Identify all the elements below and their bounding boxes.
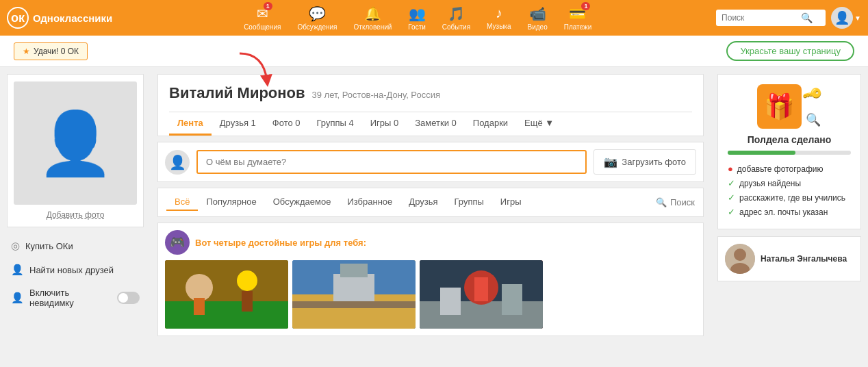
nav-video[interactable]: 📹 Видео xyxy=(520,3,554,34)
right-sidebar: 🎁 🔑 🔍 Полдела сделано ● добавьте фотогра… xyxy=(711,74,868,336)
svg-rect-6 xyxy=(242,291,253,312)
games-block: 🎮 Вот четыре достойные игры для тебя: xyxy=(157,223,704,336)
tab-photos[interactable]: Фото 0 xyxy=(264,112,309,136)
nav-discussions[interactable]: 💬 Обсуждения xyxy=(290,3,344,34)
progress-bar-fill xyxy=(728,151,795,155)
checklist-study-label: расскажите, где вы учились xyxy=(739,193,845,203)
filter-popular[interactable]: Популярное xyxy=(198,194,264,211)
profile-tabs: Лента Друзья 1 Фото 0 Группы 4 Игры 0 За… xyxy=(169,112,692,136)
logo[interactable]: ок Одноклассники xyxy=(7,7,112,29)
left-menu: ◎ Купить ОКи 👤 Найти новых друзей 👤 Вклю… xyxy=(7,234,144,314)
decorate-label: Украсьте вашу страницу xyxy=(740,46,841,56)
svg-point-5 xyxy=(237,270,257,291)
invisible-toggle[interactable] xyxy=(117,292,140,304)
invisible-label: Включить невидимку xyxy=(29,288,112,308)
tab-groups[interactable]: Группы 4 xyxy=(309,112,362,136)
tab-games[interactable]: Игры 0 xyxy=(362,112,407,136)
filter-games[interactable]: Игры xyxy=(492,194,530,211)
payments-label: Платежи xyxy=(564,23,592,31)
responses-icon: 🔔 xyxy=(364,5,381,22)
buy-ok-label: Купить ОКи xyxy=(25,241,73,251)
luckbar: ★ Удачи! 0 ОК Украсьте вашу страницу xyxy=(0,36,868,67)
profile-photo-block: 👤 Добавить фото xyxy=(7,74,144,227)
find-friends-label: Найти новых друзей xyxy=(29,265,114,275)
payments-icon: 💳1 xyxy=(569,5,586,22)
music-icon: ♪ xyxy=(496,5,502,21)
search-input[interactable] xyxy=(722,13,797,23)
main-layout: 👤 Добавить фото ◎ Купить ОКи 👤 Найти нов… xyxy=(0,67,868,343)
tab-gifts[interactable]: Подарки xyxy=(465,112,516,136)
game-thumb-2[interactable] xyxy=(292,260,416,329)
find-friends-item[interactable]: 👤 Найти новых друзей xyxy=(7,258,144,282)
nav-guests[interactable]: 👥 Гости xyxy=(401,3,432,34)
progress-bar xyxy=(728,151,851,155)
photo-check-icon: ● xyxy=(728,164,733,174)
checklist-email-label: адрес эл. почты указан xyxy=(739,207,828,217)
friends-check-icon: ✓ xyxy=(728,178,735,188)
nav-items: ✉1 Сообщения 💬 Обсуждения 🔔 Откловений 👥… xyxy=(126,3,709,34)
messages-badge: 1 xyxy=(264,2,272,10)
luck-button[interactable]: ★ Удачи! 0 ОК xyxy=(14,42,88,60)
key-icon: 🔑 xyxy=(802,82,825,105)
svg-rect-11 xyxy=(292,301,416,308)
checklist-friends: ✓ друзья найдены xyxy=(728,176,851,190)
search-box[interactable]: 🔍 xyxy=(716,10,826,26)
nav-music[interactable]: ♪ Музыка xyxy=(480,3,518,33)
filter-friends[interactable]: Друзья xyxy=(400,194,446,211)
profile-photo-placeholder: 👤 xyxy=(14,81,137,205)
svg-rect-16 xyxy=(440,288,461,315)
games-header: 🎮 Вот четыре достойные игры для тебя: xyxy=(165,230,696,255)
ok-coin-icon: ◎ xyxy=(11,240,20,252)
messages-label: Сообщения xyxy=(244,23,281,31)
nav-responses[interactable]: 🔔 Откловений xyxy=(347,3,399,34)
magnifier-icon: 🔍 xyxy=(804,112,821,127)
nav-messages[interactable]: ✉1 Сообщения xyxy=(237,3,288,34)
discussions-label: Обсуждения xyxy=(297,23,337,31)
tab-notes[interactable]: Заметки 0 xyxy=(407,112,465,136)
nav-events[interactable]: 🎵 События xyxy=(435,3,477,34)
invisible-item[interactable]: 👤 Включить невидимку xyxy=(7,282,144,314)
photo-upload-button[interactable]: 📷 Загрузить фото xyxy=(593,149,696,175)
svg-rect-2 xyxy=(165,301,288,329)
tab-more[interactable]: Ещё ▼ xyxy=(516,112,562,136)
svg-rect-13 xyxy=(420,301,543,329)
games-images xyxy=(165,260,696,329)
nav-payments[interactable]: 💳1 Платежи xyxy=(557,3,599,34)
filter-favorites[interactable]: Избранное xyxy=(339,194,400,211)
payments-badge: 1 xyxy=(581,2,590,10)
gift-box-icon: 🎁 xyxy=(757,84,802,129)
feed-filter: Всё Популярное Обсуждаемое Избранное Дру… xyxy=(157,188,704,217)
friend-suggestion[interactable]: Наталья Энгалычева xyxy=(717,236,861,281)
filter-discussed[interactable]: Обсуждаемое xyxy=(265,194,340,211)
profile-meta: 39 лет, Ростов-на-Дону, Россия xyxy=(312,90,440,100)
messages-icon: ✉1 xyxy=(257,5,268,22)
svg-point-3 xyxy=(186,274,213,301)
game-thumb-3[interactable] xyxy=(420,260,543,329)
feed-box: 👤 📷 Загрузить фото xyxy=(157,142,704,182)
game-thumb-1[interactable] xyxy=(165,260,288,329)
left-sidebar: 👤 Добавить фото ◎ Купить ОКи 👤 Найти нов… xyxy=(0,74,151,336)
friend-name: Наталья Энгалычева xyxy=(761,254,847,264)
svg-rect-17 xyxy=(502,284,522,315)
decorate-button[interactable]: Украсьте вашу страницу xyxy=(726,41,854,61)
checklist-study: ✓ расскажите, где вы учились xyxy=(728,190,851,205)
filter-search-icon: 🔍 xyxy=(656,197,667,207)
study-check-icon: ✓ xyxy=(728,192,735,203)
svg-rect-15 xyxy=(474,277,488,301)
camera-icon: 📷 xyxy=(604,155,617,168)
profile-name: Виталий Миронов xyxy=(169,84,305,102)
feed-input[interactable] xyxy=(196,150,587,174)
filter-search[interactable]: 🔍 Поиск xyxy=(656,197,695,207)
tab-friends[interactable]: Друзья 1 xyxy=(212,112,264,136)
checklist-email: ✓ адрес эл. почты указан xyxy=(728,205,851,219)
filter-groups[interactable]: Группы xyxy=(446,194,492,211)
add-photo-link[interactable]: Добавить фото xyxy=(47,210,105,220)
feed-avatar: 👤 xyxy=(165,150,190,175)
email-check-icon: ✓ xyxy=(728,207,735,217)
buy-ok-item[interactable]: ◎ Купить ОКи xyxy=(7,234,144,258)
games-header-icon: 🎮 xyxy=(165,230,190,255)
user-avatar-nav[interactable]: 👤 xyxy=(831,7,853,29)
tab-feed[interactable]: Лента xyxy=(169,112,212,136)
filter-all[interactable]: Всё xyxy=(166,194,198,211)
person-placeholder-icon: 👤 xyxy=(37,107,114,179)
